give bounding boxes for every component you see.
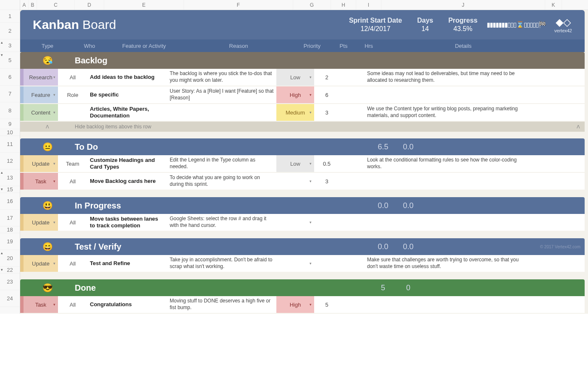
rownum[interactable]: 6 xyxy=(0,69,20,86)
who-cell[interactable]: All xyxy=(58,69,87,86)
colh[interactable]: D xyxy=(75,0,104,10)
colh[interactable]: C xyxy=(37,0,75,10)
rownum[interactable]: 16 xyxy=(0,193,20,210)
hrs-cell[interactable] xyxy=(339,69,365,86)
type-dropdown[interactable]: Content▾ xyxy=(24,104,58,121)
who-cell[interactable]: Role xyxy=(58,86,87,103)
rownum[interactable]: 10 xyxy=(0,129,20,136)
details-cell[interactable]: We use the Content type for writing blog… xyxy=(365,104,528,121)
hrs-cell[interactable] xyxy=(339,173,365,190)
priority-dropdown[interactable]: High▾ xyxy=(276,86,314,103)
card-row[interactable]: Task▾ All Congratulations Moving stuff t… xyxy=(20,296,585,313)
priority-dropdown[interactable]: ▾ xyxy=(276,214,314,231)
rownum[interactable]: 7 xyxy=(0,86,20,102)
reason-cell[interactable]: The backlog is where you stick the to-do… xyxy=(167,69,276,86)
card-row[interactable]: Task▾ All Move Backlog cards here To dec… xyxy=(20,173,585,190)
details-cell[interactable]: Make sure that challenges are worth tryi… xyxy=(365,255,528,272)
type-dropdown[interactable]: Update▾ xyxy=(24,155,58,172)
pts-cell[interactable] xyxy=(314,255,339,272)
rownum[interactable]: 15 xyxy=(0,186,20,193)
rownum[interactable]: 12 xyxy=(0,153,20,169)
rownum[interactable]: 24 xyxy=(0,290,20,307)
type-dropdown[interactable]: Update▾ xyxy=(24,214,58,231)
pts-cell[interactable]: 2 xyxy=(314,69,339,86)
priority-dropdown[interactable]: High▾ xyxy=(276,296,314,313)
details-cell[interactable]: Some ideas may not lead to deliverables,… xyxy=(365,69,528,86)
priority-dropdown[interactable]: Low▾ xyxy=(276,69,314,86)
priority-dropdown[interactable]: ▾ xyxy=(276,255,314,272)
rownum[interactable]: 11 xyxy=(0,136,20,153)
colh[interactable]: J xyxy=(381,0,545,10)
details-cell[interactable]: Look at the conditional formatting rules… xyxy=(365,155,528,172)
reason-cell[interactable] xyxy=(167,104,276,121)
rownum[interactable]: 17 xyxy=(0,210,20,227)
card-row[interactable]: Update▾ Team Customize Headings and Card… xyxy=(20,155,585,172)
priority-dropdown[interactable]: Low▾ xyxy=(276,155,314,172)
details-cell[interactable] xyxy=(365,86,528,103)
feature-cell[interactable]: Customize Headings and Card Types xyxy=(87,155,167,172)
who-cell[interactable]: All xyxy=(58,296,87,313)
details-cell[interactable] xyxy=(365,173,528,190)
who-cell[interactable]: Team xyxy=(58,155,87,172)
who-cell[interactable]: All xyxy=(58,255,87,272)
rownum[interactable]: 18 xyxy=(0,227,20,233)
pts-cell[interactable]: 5 xyxy=(314,296,339,313)
reason-cell[interactable]: Take joy in accomplishment. Don't be afr… xyxy=(167,255,276,272)
type-dropdown[interactable]: Feature▾ xyxy=(24,86,58,103)
colh[interactable]: I xyxy=(356,0,381,10)
type-dropdown[interactable]: Task▾ xyxy=(24,296,58,313)
feature-cell[interactable]: Congratulations xyxy=(87,296,167,313)
feature-cell[interactable]: Articles, White Papers, Documentation xyxy=(87,104,167,121)
rownum[interactable]: 1 xyxy=(0,10,20,23)
type-dropdown[interactable]: Task▾ xyxy=(24,173,58,190)
colh[interactable]: F xyxy=(184,0,293,10)
details-cell[interactable] xyxy=(365,214,528,231)
card-row[interactable]: Update▾ All Test and Refine Take joy in … xyxy=(20,255,585,272)
hrs-cell[interactable] xyxy=(339,214,365,231)
colh[interactable]: H xyxy=(331,0,356,10)
card-row[interactable]: Feature▾ Role Be specific User Story: As… xyxy=(20,86,585,103)
feature-cell[interactable]: Move tasks between lanes to track comple… xyxy=(87,214,167,231)
colh[interactable]: G xyxy=(293,0,331,10)
feature-cell[interactable]: Add ideas to the backlog xyxy=(87,69,167,86)
who-cell[interactable]: All xyxy=(58,214,87,231)
details-cell[interactable] xyxy=(365,296,528,313)
rownum[interactable]: 22 xyxy=(0,267,20,273)
pts-cell[interactable]: 0.5 xyxy=(314,155,339,172)
card-row[interactable]: Research▾ All Add ideas to the backlog T… xyxy=(20,69,585,86)
rownum[interactable]: 23 xyxy=(0,273,20,290)
hrs-cell[interactable] xyxy=(339,296,365,313)
colh[interactable]: K xyxy=(545,0,562,10)
hrs-cell[interactable] xyxy=(339,155,365,172)
rownum[interactable]: 8 xyxy=(0,102,20,119)
colh[interactable]: A xyxy=(20,0,29,10)
reason-cell[interactable]: Google Sheets: select the row # and drag… xyxy=(167,214,276,231)
hrs-cell[interactable] xyxy=(339,104,365,121)
type-dropdown[interactable]: Update▾ xyxy=(24,255,58,272)
feature-cell[interactable]: Be specific xyxy=(87,86,167,103)
feature-cell[interactable]: Test and Refine xyxy=(87,255,167,272)
who-cell[interactable] xyxy=(58,104,87,121)
rownum[interactable]: 20 xyxy=(0,250,20,267)
rownum[interactable]: 13 xyxy=(0,169,20,186)
pts-cell[interactable]: 3 xyxy=(314,173,339,190)
rownum[interactable]: 5 xyxy=(0,52,20,69)
hide-backlog-row[interactable]: ᐱ Hide backlog items above this row ᐱ xyxy=(20,122,585,132)
pts-cell[interactable] xyxy=(314,214,339,231)
rownum[interactable]: 9 xyxy=(0,119,20,129)
hrs-cell[interactable] xyxy=(339,255,365,272)
pts-cell[interactable]: 3 xyxy=(314,104,339,121)
reason-cell[interactable]: Edit the Legend in the Type column as ne… xyxy=(167,155,276,172)
card-row[interactable]: Content▾ Articles, White Papers, Documen… xyxy=(20,104,585,121)
reason-cell[interactable]: User Story: As a [Role] I want [Feature]… xyxy=(167,86,276,103)
feature-cell[interactable]: Move Backlog cards here xyxy=(87,173,167,190)
rownum[interactable]: 19 xyxy=(0,233,20,250)
hrs-cell[interactable] xyxy=(339,86,365,103)
type-dropdown[interactable]: Research▾ xyxy=(24,69,58,86)
priority-dropdown[interactable]: ▾ xyxy=(276,173,314,190)
reason-cell[interactable]: To decide what you are going to work on … xyxy=(167,173,276,190)
rownum[interactable]: 3 xyxy=(0,39,20,52)
who-cell[interactable]: All xyxy=(58,173,87,190)
card-row[interactable]: Update▾ All Move tasks between lanes to … xyxy=(20,214,585,231)
rownum[interactable]: 2 xyxy=(0,23,20,39)
